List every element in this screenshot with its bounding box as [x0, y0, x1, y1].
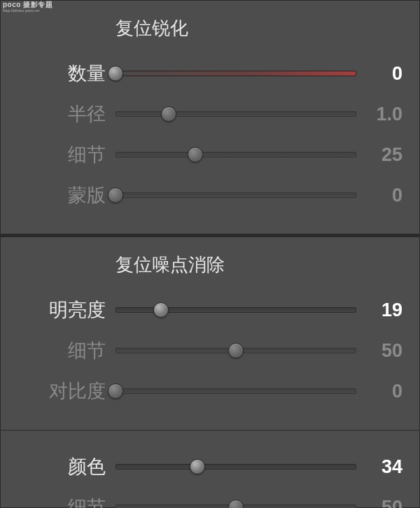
contrast-label: 对比度: [18, 379, 115, 404]
slider-track: [115, 464, 356, 470]
noise-reduction-title: 复位噪点消除: [18, 253, 402, 277]
slider-row-radius: 半径 1.0: [18, 94, 402, 134]
slider-track: [115, 388, 356, 394]
slider-thumb[interactable]: [188, 147, 203, 162]
masking-label: 蒙版: [18, 183, 115, 208]
color-label: 颜色: [18, 454, 115, 479]
noise-color-section: 颜色 34 细节 50 平滑度 50: [1, 431, 419, 508]
radius-label: 半径: [18, 101, 115, 127]
slider-thumb[interactable]: [153, 302, 169, 318]
amount-value[interactable]: 0: [356, 63, 402, 85]
slider-row-col-detail: 细节 50: [18, 487, 402, 508]
slider-row-luminance: 明亮度 19: [18, 290, 402, 330]
sharpening-title: 复位锐化: [18, 16, 402, 41]
slider-track: [115, 307, 356, 313]
sharpening-section: 复位锐化 数量 0 半径 1.0 细节 25: [1, 1, 419, 237]
noise-luminance-section: 复位噪点消除 明亮度 19 细节 50 对比度 0: [1, 237, 419, 431]
slider-thumb[interactable]: [108, 383, 123, 399]
slider-thumb[interactable]: [228, 343, 244, 358]
slider-track: [115, 111, 356, 117]
luminance-slider[interactable]: [115, 302, 356, 318]
detail-panel: 复位锐化 数量 0 半径 1.0 细节 25: [0, 0, 420, 508]
slider-row-lum-detail: 细节 50: [18, 330, 402, 371]
contrast-value[interactable]: 0: [356, 381, 402, 402]
slider-row-masking: 蒙版 0: [18, 175, 402, 216]
luminance-value[interactable]: 19: [356, 299, 402, 321]
slider-thumb[interactable]: [190, 459, 205, 474]
radius-value[interactable]: 1.0: [356, 104, 402, 125]
lum-detail-value[interactable]: 50: [356, 340, 402, 362]
slider-thumb[interactable]: [228, 500, 244, 508]
slider-track: [115, 71, 356, 76]
color-slider[interactable]: [115, 458, 356, 475]
amount-slider[interactable]: [115, 65, 356, 82]
color-value[interactable]: 34: [356, 456, 402, 478]
slider-track: [115, 152, 356, 157]
slider-thumb[interactable]: [108, 188, 123, 203]
detail-label: 细节: [18, 142, 115, 167]
radius-slider[interactable]: [115, 106, 356, 122]
lum-detail-slider[interactable]: [115, 342, 356, 359]
masking-slider[interactable]: [115, 187, 356, 204]
detail-value[interactable]: 25: [356, 144, 402, 166]
masking-value[interactable]: 0: [356, 185, 402, 206]
amount-label: 数量: [18, 61, 115, 86]
slider-track: [115, 192, 356, 198]
slider-row-color: 颜色 34: [18, 446, 402, 487]
luminance-label: 明亮度: [18, 297, 115, 323]
poco-watermark: poco 摄影专题 http://photo.poco.cn: [3, 1, 52, 13]
slider-row-contrast: 对比度 0: [18, 371, 402, 411]
detail-slider[interactable]: [115, 146, 356, 163]
col-detail-value[interactable]: 50: [356, 497, 402, 509]
slider-row-detail: 细节 25: [18, 134, 402, 175]
slider-row-amount: 数量 0: [18, 53, 402, 94]
slider-thumb[interactable]: [161, 106, 176, 122]
slider-thumb[interactable]: [108, 66, 123, 81]
lum-detail-label: 细节: [18, 338, 115, 363]
contrast-slider[interactable]: [115, 383, 356, 400]
col-detail-label: 细节: [18, 495, 115, 508]
col-detail-slider[interactable]: [115, 499, 356, 508]
